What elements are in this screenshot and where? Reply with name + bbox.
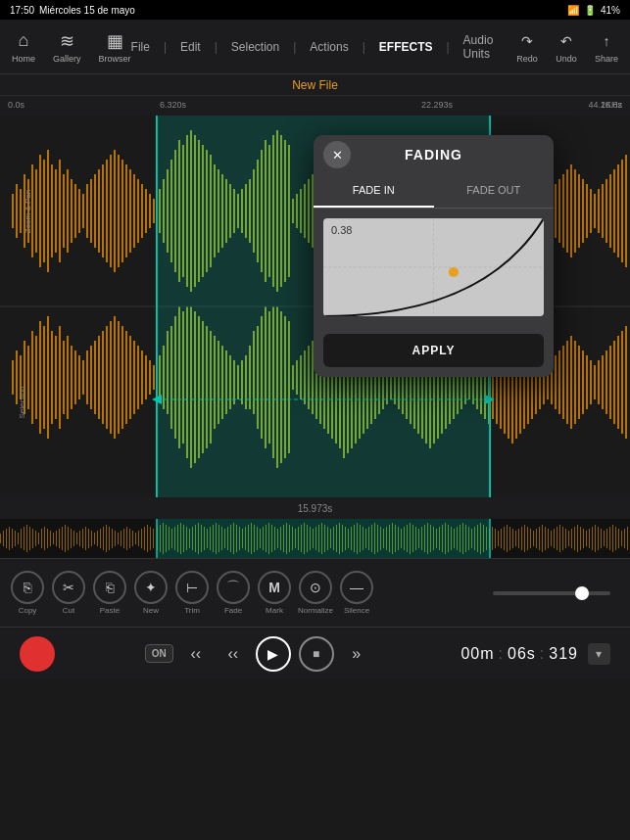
tool-trim[interactable]: ⊢ Trim xyxy=(174,571,210,615)
prev-button[interactable]: ‹‹ xyxy=(218,639,248,669)
menu-file[interactable]: File xyxy=(131,40,150,54)
svg-rect-373 xyxy=(141,529,142,548)
svg-rect-190 xyxy=(141,350,143,404)
rewind-button[interactable]: ‹‹ xyxy=(181,639,211,669)
menu-effects[interactable]: EFFECTS xyxy=(379,40,433,54)
redo-button[interactable]: ↷ Redo xyxy=(516,30,538,64)
fading-close-button[interactable]: ✕ xyxy=(323,141,351,168)
svg-rect-356 xyxy=(91,531,92,546)
sep2: | xyxy=(215,40,218,54)
tool-new[interactable]: ✦ New xyxy=(133,571,169,615)
svg-rect-306 xyxy=(598,360,600,404)
undo-button[interactable]: ↶ Undo xyxy=(556,30,577,64)
tool-paste[interactable]: ⎗ Paste xyxy=(92,571,127,615)
svg-rect-370 xyxy=(132,531,133,546)
tool-cut[interactable]: ✂ Cut xyxy=(51,571,86,615)
svg-rect-325 xyxy=(0,534,1,543)
svg-rect-522 xyxy=(580,527,581,550)
svg-rect-12 xyxy=(59,160,61,262)
nav-home[interactable]: ⌂ Home xyxy=(12,30,35,64)
forward-button[interactable]: » xyxy=(342,639,371,669)
on-badge[interactable]: ON xyxy=(145,644,173,663)
svg-rect-158 xyxy=(16,350,18,404)
svg-rect-150 xyxy=(602,184,604,238)
svg-rect-332 xyxy=(21,529,22,548)
svg-rect-342 xyxy=(50,531,51,546)
play-button[interactable]: ▶ xyxy=(256,636,291,672)
status-bar: 17:50 Miércoles 15 de mayo 📶 🔋 41% xyxy=(0,0,630,20)
svg-rect-301 xyxy=(578,346,580,419)
share-button[interactable]: ↑ Share xyxy=(595,30,618,64)
tool-normalize[interactable]: ⊙ Normalize xyxy=(298,571,333,615)
svg-rect-327 xyxy=(6,529,7,548)
time-dropdown[interactable]: ▾ xyxy=(588,643,610,665)
svg-rect-508 xyxy=(539,527,540,550)
tool-fade[interactable]: ⌒ Fade xyxy=(216,571,251,615)
tool-mark[interactable]: M Mark xyxy=(257,571,292,615)
sep5: | xyxy=(446,40,449,54)
svg-rect-185 xyxy=(121,326,123,429)
volume-thumb[interactable] xyxy=(575,586,589,600)
undo-label: Undo xyxy=(556,54,577,64)
svg-rect-151 xyxy=(606,179,607,243)
svg-rect-511 xyxy=(548,529,549,548)
svg-rect-36 xyxy=(153,199,155,223)
nav-browser[interactable]: ▦ Browser xyxy=(99,30,131,64)
fade-in-tab[interactable]: FADE IN xyxy=(314,174,434,208)
svg-rect-25 xyxy=(110,155,112,267)
mark-label: Mark xyxy=(266,606,283,615)
svg-rect-503 xyxy=(524,525,525,552)
waveform-area: Zoom & Pan Selection xyxy=(0,116,630,497)
svg-rect-161 xyxy=(27,346,29,409)
svg-rect-304 xyxy=(590,360,592,404)
svg-rect-160 xyxy=(24,341,25,414)
svg-rect-362 xyxy=(109,527,110,550)
stop-button[interactable]: ■ xyxy=(299,636,334,672)
svg-rect-355 xyxy=(88,529,89,548)
svg-rect-524 xyxy=(586,531,587,546)
svg-rect-296 xyxy=(558,350,560,414)
svg-rect-27 xyxy=(118,155,120,267)
svg-rect-335 xyxy=(29,527,30,550)
svg-rect-531 xyxy=(606,529,607,548)
svg-rect-530 xyxy=(604,531,605,546)
volume-slider[interactable] xyxy=(493,591,610,595)
svg-rect-492 xyxy=(492,527,493,550)
svg-rect-525 xyxy=(589,529,590,548)
time-sep2: : xyxy=(540,645,545,663)
apply-button[interactable]: APPLY xyxy=(323,334,544,367)
svg-rect-364 xyxy=(115,531,116,546)
mark-icon: M xyxy=(258,571,291,604)
menu-actions[interactable]: Actions xyxy=(310,40,348,54)
svg-rect-352 xyxy=(79,531,80,546)
status-time: 17:50 xyxy=(10,5,34,16)
svg-rect-501 xyxy=(518,529,519,548)
svg-rect-341 xyxy=(47,529,48,548)
browser-icon: ▦ xyxy=(104,30,125,52)
tool-copy[interactable]: ⎘ Copy xyxy=(10,571,45,615)
menu-selection[interactable]: Selection xyxy=(231,40,279,54)
paste-label: Paste xyxy=(100,606,120,615)
bottom-tools-group: ⎘ Copy ✂ Cut ⎗ Paste ✦ New ⊢ Trim ⌒ Fade… xyxy=(10,571,374,615)
fade-out-tab[interactable]: FADE OUT xyxy=(434,174,555,208)
menu-edit[interactable]: Edit xyxy=(180,40,201,54)
svg-rect-297 xyxy=(562,346,564,419)
svg-rect-513 xyxy=(554,529,555,548)
redo-icon: ↷ xyxy=(516,30,538,52)
svg-rect-535 xyxy=(618,529,619,548)
svg-rect-157 xyxy=(12,360,14,395)
menu-audiounits[interactable]: Audio Units xyxy=(463,33,516,61)
svg-rect-499 xyxy=(512,529,513,548)
svg-rect-178 xyxy=(94,341,96,414)
fading-title: FADING xyxy=(405,147,462,163)
tool-silence[interactable]: — Silence xyxy=(339,571,374,615)
svg-rect-353 xyxy=(82,529,83,548)
battery-level: 41% xyxy=(601,5,620,16)
svg-rect-506 xyxy=(533,531,534,546)
timeline-ruler: 0.0s 6.320s 22.293s 26.8s 44.1KHz xyxy=(0,96,630,116)
nav-gallery[interactable]: ≋ Gallery xyxy=(53,30,81,64)
record-button[interactable] xyxy=(20,636,55,672)
svg-rect-0 xyxy=(12,194,14,228)
svg-rect-359 xyxy=(100,529,101,548)
fade-icon: ⌒ xyxy=(217,571,250,604)
